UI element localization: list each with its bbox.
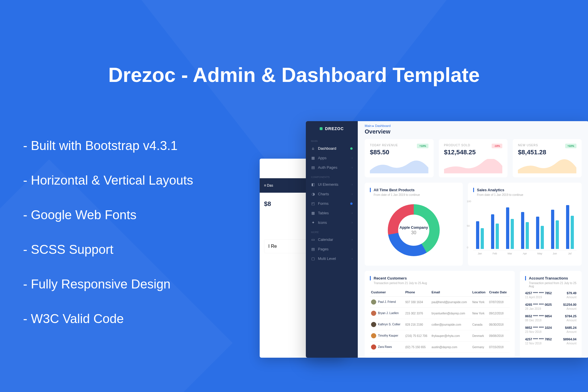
transactions-card: Account Transactions Transaction period … (520, 271, 582, 358)
icons-icon: ✦ (311, 221, 315, 225)
table-header: Create Date (488, 288, 510, 297)
customer-name: Zara Raws (378, 345, 392, 348)
transaction-row[interactable]: 4257 **** **** 785212 Nov 2018$8964.04Am… (525, 337, 576, 345)
sidebar-item-apps[interactable]: ▦Apps› (306, 153, 358, 163)
sidebar-item-tables[interactable]: ▦Tables› (306, 208, 358, 218)
multi-level-icon: ▢ (311, 257, 315, 261)
bar (556, 220, 559, 249)
bars-chart: 100 50 0 (473, 200, 576, 249)
bar (541, 226, 544, 249)
table-cell: 828 216 2190 (404, 319, 430, 330)
stat-value: $12,548.25 (444, 149, 503, 156)
transaction-row[interactable]: 8652 **** **** 985408 Dec 2018$784.25Amo… (525, 314, 576, 322)
badge-dot-icon (350, 147, 353, 150)
stat-value: $8,451.28 (518, 149, 576, 156)
customers-sub: Transaction period from 21 July to 25 Au… (370, 282, 510, 285)
sidebar-item-label: Multi Level (318, 256, 336, 261)
stat-value: $85.50 (370, 149, 428, 156)
transaction-row[interactable]: 9852 **** **** 102423 Nov 2018$485.24Amo… (525, 326, 576, 333)
txn-amount: $1254.00 (563, 303, 576, 306)
customer-name: Timothy Kauper (378, 334, 398, 337)
table-cell: Canada (471, 319, 488, 330)
bar (526, 222, 529, 249)
feature-item: - Horizontal & Vertical Layouts (23, 173, 193, 187)
stat-card: PRODUCT SOLD$12,548.25-18% (439, 139, 508, 177)
transaction-row[interactable]: 4265 **** **** 002528 Jan 2019$1254.00Am… (525, 303, 576, 310)
customers-table: CustomerPhoneEmailLocationCreate Date Pa… (370, 288, 510, 353)
sidebar-item-dashboard[interactable]: ⌂Dashboard (306, 144, 358, 153)
bar (536, 217, 539, 249)
avatar (371, 344, 376, 350)
main-content: Main ▸ Dashboard Overview TODAY REVENUE$… (358, 121, 588, 358)
chevron-right-icon: › (352, 192, 353, 196)
bars-sub: From date of 1 Jan 2019 to continue (473, 193, 576, 196)
txn-title: 9852 **** **** 1024 (525, 326, 552, 329)
chevron-right-icon: › (352, 247, 353, 251)
table-cell: 07/07/2018 (488, 297, 510, 308)
sidebar-item-forms[interactable]: ◰Forms (306, 199, 358, 208)
badge-dot-icon (350, 202, 353, 205)
chevron-right-icon: › (352, 257, 353, 260)
transaction-row[interactable]: 4257 **** **** 785211 April 2019$79.49Am… (525, 291, 576, 299)
sidebar-item-auth-pages[interactable]: ▤Auth Pages› (306, 163, 358, 172)
table-row[interactable]: Zara Raws(02) 75 150 655austin@dayrep.co… (370, 342, 510, 353)
table-row[interactable]: Timothy Kauper(216) 75 612 706thykauper@… (370, 330, 510, 342)
feature-item: - Fully Responsive Design (23, 277, 193, 291)
table-cell: New York (471, 308, 488, 319)
bar-group (535, 217, 545, 249)
sidebar-item-pages[interactable]: ▤Pages› (306, 244, 358, 254)
txn-date: 12 Nov 2018 (525, 342, 552, 345)
bar (481, 228, 484, 249)
stat-badge: +10% (417, 144, 428, 148)
donut-center-value: 30 (411, 230, 416, 235)
ui-elements-icon: ◧ (311, 183, 315, 187)
txn-amount: $79.49 (567, 291, 576, 295)
txn-date: 08 Dec 2018 (525, 319, 552, 322)
txn-date: 23 Nov 2018 (525, 330, 552, 333)
table-header: Location (471, 288, 488, 297)
chevron-right-icon: › (352, 156, 353, 160)
table-cell: New York (471, 297, 488, 308)
sidebar-item-charts[interactable]: ◑Charts› (306, 189, 358, 199)
table-row[interactable]: Kathryn S. Collier828 216 2190collier@jo… (370, 319, 510, 330)
table-header: Customer (370, 288, 404, 297)
bar-group (550, 210, 560, 249)
bars-title: Sales Analytics (473, 188, 576, 192)
sidebar-item-calendar[interactable]: ▭Calendar› (306, 235, 358, 244)
table-cell: thykauper@rhyta.com (430, 330, 471, 342)
axis-label: May (535, 252, 545, 255)
txn-amount: $485.24 (565, 326, 576, 329)
breadcrumb[interactable]: Main ▸ Dashboard (358, 121, 588, 128)
txn-status: Amount (567, 330, 576, 333)
sidebar-item-multi-level[interactable]: ▢Multi Level› (306, 254, 358, 263)
sidebar-section: COMPONENTS (306, 172, 358, 180)
charts-icon: ◑ (311, 192, 315, 196)
stat-badge: +22% (565, 144, 576, 148)
table-cell: collier@jourrapide.com (430, 319, 471, 330)
app-logo[interactable]: DREZOC (306, 121, 358, 136)
bar (521, 212, 524, 249)
page-title: Overview (358, 128, 588, 139)
dashboard-window: DREZOC MAIN⌂Dashboard▦Apps›▤Auth Pages›C… (306, 121, 588, 358)
avatar (371, 333, 376, 338)
axis-label: Jul (565, 252, 575, 255)
bar (511, 219, 514, 249)
txn-title: 4257 **** **** 7852 (525, 337, 552, 341)
sidebar-item-ui-elements[interactable]: ◧UI Elements› (306, 180, 358, 189)
axis-label: Apr (520, 252, 530, 255)
sidebar-item-icons[interactable]: ✦Icons› (306, 218, 358, 227)
calendar-icon: ▭ (311, 238, 315, 242)
donut-sub: From date of 1 Jan 2019 to continue (370, 193, 458, 196)
txn-status: Amount (567, 296, 576, 299)
sidebar-item-label: Apps (318, 156, 327, 160)
page-headline: Drezoc - Admin & Dashboard Template (108, 63, 480, 87)
axis-label: Jan (475, 252, 485, 255)
table-row[interactable]: Bryan J. Luellen215 302 3376bryanluellen… (370, 308, 510, 319)
txn-status: Amount (567, 307, 576, 310)
chevron-right-icon: › (352, 221, 353, 224)
table-cell: Germany (471, 342, 488, 353)
txn-status: Amount (567, 342, 576, 345)
table-row[interactable]: Paul J. Friend937 330 1634pauljfriend@jo… (370, 297, 510, 308)
donut-chart: Apple Company 30 (388, 204, 440, 256)
stat-badge: -18% (492, 144, 502, 148)
